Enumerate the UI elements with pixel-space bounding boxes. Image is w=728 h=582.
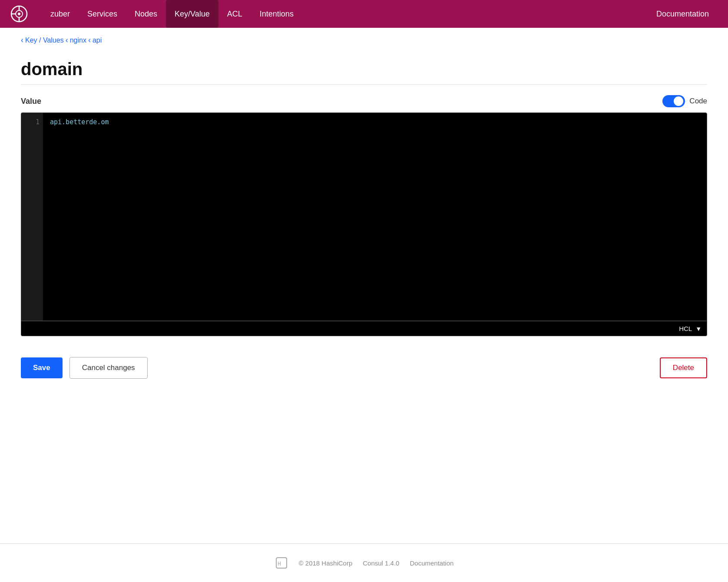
line-numbers: 1 bbox=[21, 113, 43, 321]
code-content[interactable]: api.betterde.om bbox=[43, 113, 707, 321]
svg-point-2 bbox=[18, 13, 20, 15]
save-button[interactable]: Save bbox=[21, 357, 63, 378]
nav-links: zuber Services Nodes Key/Value ACL Inten… bbox=[42, 0, 648, 28]
action-bar: Save Cancel changes Delete bbox=[21, 347, 707, 396]
main-content: domain Value Code 1 api.betterde.om HCL bbox=[0, 53, 728, 543]
nav-item-documentation[interactable]: Documentation bbox=[648, 0, 718, 28]
breadcrumb: Key / Values nginx api bbox=[0, 28, 728, 53]
nav-item-intentions[interactable]: Intentions bbox=[251, 0, 302, 28]
code-toggle-label: Code bbox=[689, 97, 707, 106]
delete-button[interactable]: Delete bbox=[660, 357, 707, 378]
navigation: zuber Services Nodes Key/Value ACL Inten… bbox=[0, 0, 728, 28]
language-select[interactable]: HCL ▼ bbox=[679, 325, 702, 332]
value-label: Value bbox=[21, 97, 41, 106]
nav-logo[interactable] bbox=[10, 5, 28, 23]
code-toggle-switch[interactable] bbox=[662, 95, 685, 107]
nav-item-nodes[interactable]: Nodes bbox=[126, 0, 166, 28]
footer-version: Consul 1.4.0 bbox=[363, 559, 399, 567]
nav-item-keyvalue[interactable]: Key/Value bbox=[166, 0, 218, 28]
nav-item-services[interactable]: Services bbox=[79, 0, 126, 28]
cancel-button[interactable]: Cancel changes bbox=[69, 357, 148, 379]
breadcrumb-api[interactable]: api bbox=[88, 36, 102, 45]
line-number-1: 1 bbox=[36, 118, 40, 126]
value-section: Value Code 1 api.betterde.om HCL ▼ bbox=[21, 95, 707, 336]
breadcrumb-nginx[interactable]: nginx bbox=[66, 36, 86, 45]
code-editor[interactable]: 1 api.betterde.om bbox=[21, 112, 707, 321]
footer: H © 2018 HashiCorp Consul 1.4.0 Document… bbox=[0, 543, 728, 582]
footer-copyright: © 2018 HashiCorp bbox=[299, 559, 353, 567]
chevron-down-icon: ▼ bbox=[695, 325, 702, 332]
nav-right: Documentation bbox=[648, 0, 718, 28]
nav-item-zuber[interactable]: zuber bbox=[42, 0, 79, 28]
svg-text:H: H bbox=[278, 560, 281, 567]
nav-item-acl[interactable]: ACL bbox=[218, 0, 251, 28]
value-header: Value Code bbox=[21, 95, 707, 107]
footer-doc-link[interactable]: Documentation bbox=[410, 559, 453, 567]
page-title: domain bbox=[21, 53, 707, 85]
footer-logo: H bbox=[275, 556, 288, 570]
breadcrumb-keyvalues[interactable]: Key / Values bbox=[21, 36, 64, 45]
code-toggle: Code bbox=[662, 95, 707, 107]
language-label: HCL bbox=[679, 325, 692, 332]
editor-toolbar: HCL ▼ bbox=[21, 321, 707, 336]
